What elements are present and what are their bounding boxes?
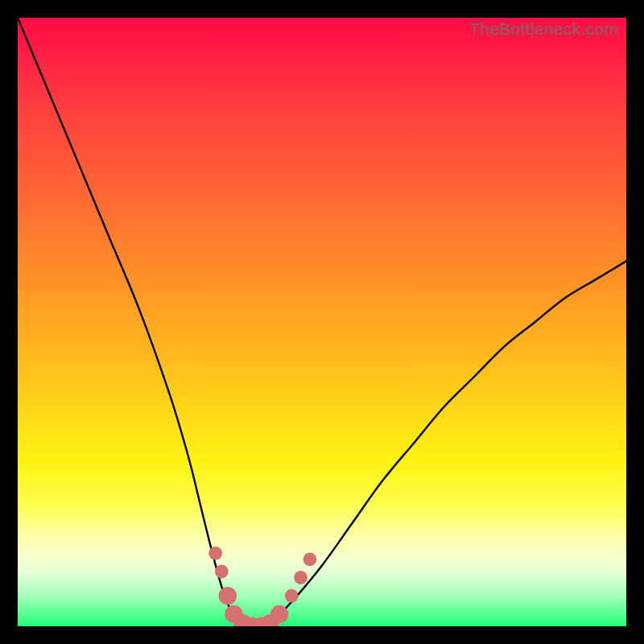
- marker-dot: [294, 571, 308, 584]
- marker-dot: [208, 547, 222, 560]
- chart-area: TheBottleneck.com: [18, 18, 626, 626]
- bottleneck-curve: [18, 18, 626, 626]
- marker-dot: [215, 565, 229, 579]
- marker-dot: [285, 589, 299, 603]
- marker-dot: [270, 605, 288, 623]
- marker-dot: [219, 587, 237, 605]
- curve-layer: [18, 18, 626, 626]
- chart-svg: [18, 18, 626, 626]
- marker-dot: [303, 552, 317, 566]
- markers-layer: [208, 547, 316, 626]
